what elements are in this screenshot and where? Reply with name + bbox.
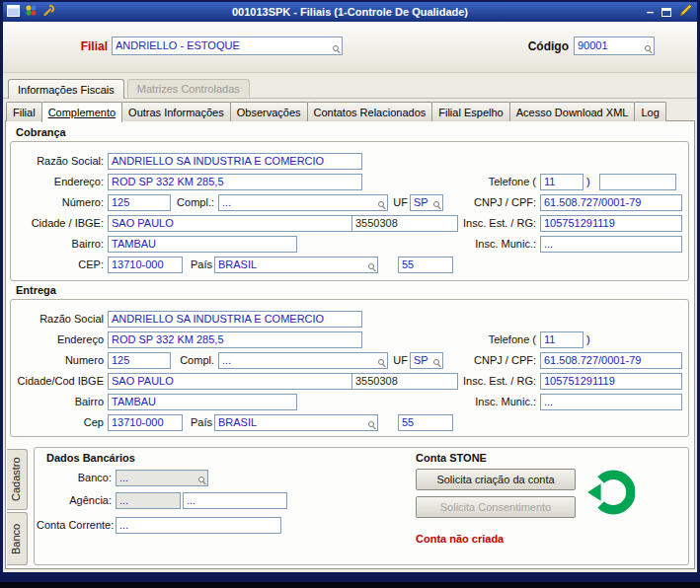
filial-value: ANDRIELLO - ESTOQUE xyxy=(116,39,240,51)
insc-est-label: Insc. Est. / RG: xyxy=(453,373,536,390)
ddi-field[interactable]: 55 xyxy=(398,414,453,431)
agencia-nome-value: ... xyxy=(187,494,195,506)
endereco-value: ROD SP 332 KM 285,5 xyxy=(112,176,224,187)
cnpj-field[interactable]: 61.508.727/0001-79 xyxy=(540,352,682,369)
ibge-value: 3550308 xyxy=(355,217,398,229)
cidade-field[interactable]: SAO PAULO xyxy=(108,373,352,390)
compl-field[interactable]: ... xyxy=(218,352,388,369)
telefone-paren-close: ) xyxy=(586,331,594,348)
tab-contatos-relacionados[interactable]: Contatos Relacionados xyxy=(307,102,433,121)
lookup-icon[interactable] xyxy=(198,477,206,484)
endereco-label: Endereço xyxy=(13,331,104,348)
cidade-field[interactable]: SAO PAULO xyxy=(108,215,352,232)
insc-munic-label: Insc. Munic.: xyxy=(453,394,536,410)
ibge-field: 3550308 xyxy=(351,215,458,232)
tab-informacoes-fiscais[interactable]: Informações Fiscais xyxy=(8,79,124,99)
numero-field[interactable]: 125 xyxy=(108,352,171,369)
uf-field[interactable]: SP xyxy=(410,352,443,369)
ddd-field[interactable]: 11 xyxy=(540,331,583,348)
wrench-icon[interactable] xyxy=(42,3,55,21)
vertical-tab-cadastro[interactable]: Cadastro xyxy=(7,449,28,510)
minimize-button[interactable]: – xyxy=(647,6,654,18)
razao-social-label: Razão Social xyxy=(13,311,104,328)
lookup-icon[interactable] xyxy=(433,201,441,209)
uf-field[interactable]: SP xyxy=(410,194,443,211)
cidade-ibge-label: Cidade / IBGE: xyxy=(13,215,104,232)
telefone-field[interactable] xyxy=(599,174,676,190)
codigo-field[interactable]: 90001 xyxy=(574,37,655,55)
edit-pencil-icon[interactable] xyxy=(679,3,693,21)
maximize-button[interactable] xyxy=(661,8,671,17)
entrega-groupbox: Razão Social ANDRIELLO SA INDUSTRIA E CO… xyxy=(10,299,689,437)
insc-munic-field[interactable]: ... xyxy=(540,236,682,253)
tab-filial[interactable]: Filial xyxy=(6,102,42,121)
cep-field[interactable]: 13710-000 xyxy=(108,414,183,431)
titlebar[interactable]: 001013SPK - Filiais (1-Controle De Quali… xyxy=(3,2,697,22)
banco-label: Banco: xyxy=(37,470,112,486)
razao-social-field[interactable]: ANDRIELLO SA INDUSTRIA E COMERCIO xyxy=(108,153,362,170)
compl-field[interactable]: ... xyxy=(218,194,388,211)
ddd-field[interactable]: 11 xyxy=(540,174,583,190)
lookup-icon[interactable] xyxy=(333,45,341,53)
tab-outras-informacoes[interactable]: Outras Informações xyxy=(121,102,231,121)
razao-social-field[interactable]: ANDRIELLO SA INDUSTRIA E COMERCIO xyxy=(108,311,362,328)
insc-est-value: 105751291119 xyxy=(544,375,615,387)
ibge-field: 3550308 xyxy=(351,373,458,390)
pais-field[interactable]: BRASIL xyxy=(214,414,378,431)
header-band: Filial ANDRIELLO - ESTOQUE Código 90001 xyxy=(3,22,697,73)
tab-observacoes[interactable]: Observações xyxy=(230,102,308,121)
lookup-icon[interactable] xyxy=(368,421,376,429)
cidade-ibge-label: Cidade/Cod IBGE xyxy=(13,373,104,390)
agencia-field[interactable]: ... xyxy=(116,492,181,509)
app-icon[interactable] xyxy=(7,3,20,21)
ddi-field[interactable]: 55 xyxy=(398,257,453,273)
tab-complemento[interactable]: Complemento xyxy=(41,102,122,122)
pais-label: País xyxy=(187,414,212,431)
lookup-icon[interactable] xyxy=(645,45,653,53)
lookup-icon[interactable] xyxy=(378,359,386,367)
entrega-title: Entrega xyxy=(16,284,56,296)
uf-label: UF xyxy=(392,194,408,211)
conta-corrente-field[interactable]: ... xyxy=(116,517,281,534)
razao-social-value: ANDRIELLO SA INDUSTRIA E COMERCIO xyxy=(112,313,324,325)
tab-acesso-download-xml[interactable]: Acesso Download XML xyxy=(509,102,636,121)
agencia-label: Agência: xyxy=(37,492,112,509)
endereco-value: ROD SP 332 KM 285,5 xyxy=(112,333,224,345)
filial-label: Filial xyxy=(33,37,108,56)
uf-value: SP xyxy=(414,196,428,208)
endereco-field[interactable]: ROD SP 332 KM 285,5 xyxy=(108,174,362,190)
solicita-criacao-conta-button[interactable]: Solicita criação da conta xyxy=(416,469,576,490)
bairro-label: Bairro xyxy=(13,394,104,410)
bairro-field[interactable]: TAMBAU xyxy=(108,236,297,253)
bairro-field[interactable]: TAMBAU xyxy=(108,394,297,410)
insc-est-field[interactable]: 105751291119 xyxy=(540,215,682,232)
logo-icon[interactable] xyxy=(25,3,38,21)
secondary-tab-strip: Filial Complemento Outras Informações Ob… xyxy=(3,100,697,121)
lookup-icon[interactable] xyxy=(378,201,386,209)
lookup-icon[interactable] xyxy=(433,359,441,367)
pais-field[interactable]: BRASIL xyxy=(214,257,378,273)
pais-value: BRASIL xyxy=(218,258,257,270)
vertical-tab-banco[interactable]: Banco xyxy=(7,512,28,565)
banco-field[interactable]: ... xyxy=(116,470,208,486)
tab-log[interactable]: Log xyxy=(634,102,665,121)
telefone-label: Telefone ( xyxy=(453,174,536,190)
endereco-field[interactable]: ROD SP 332 KM 285,5 xyxy=(108,331,362,348)
compl-value: ... xyxy=(222,196,231,208)
filial-field[interactable]: ANDRIELLO - ESTOQUE xyxy=(112,37,343,55)
insc-est-field[interactable]: 105751291119 xyxy=(540,373,682,390)
insc-munic-field[interactable]: ... xyxy=(540,394,682,410)
cnpj-label: CNPJ / CPF: xyxy=(453,352,536,369)
ddi-value: 55 xyxy=(402,258,414,270)
compl-label: Compl. xyxy=(175,352,214,369)
tab-filial-espelho[interactable]: Filial Espelho xyxy=(431,102,509,121)
lookup-icon[interactable] xyxy=(368,263,376,271)
insc-est-label: Insc. Est. / RG: xyxy=(453,215,536,232)
tab-matrizes-controladas: Matrizes Controladas xyxy=(127,79,250,97)
cnpj-field[interactable]: 61.508.727/0001-79 xyxy=(540,194,682,211)
agencia-nome-field[interactable]: ... xyxy=(183,492,287,509)
app-window: 001013SPK - Filiais (1-Controle De Quali… xyxy=(0,0,700,588)
numero-field[interactable]: 125 xyxy=(108,194,171,211)
cep-field[interactable]: 13710-000 xyxy=(108,257,183,273)
cep-value: 13710-000 xyxy=(112,416,164,428)
